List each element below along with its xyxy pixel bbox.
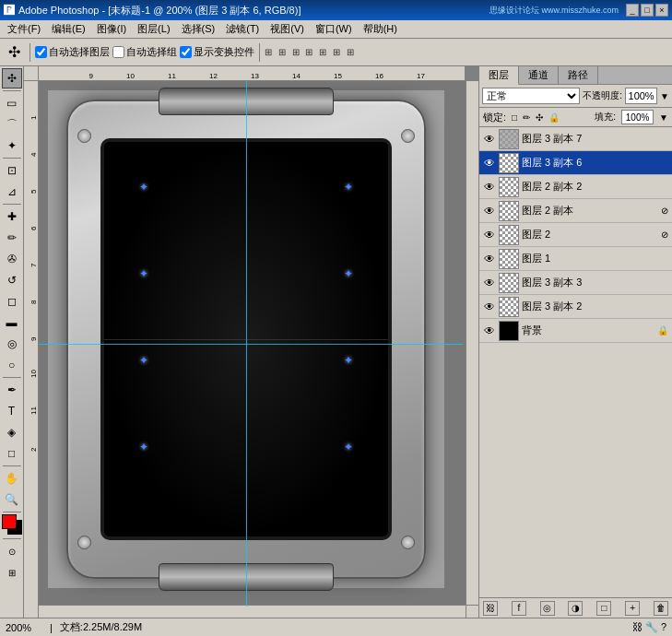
lock-transparent[interactable]: □: [512, 112, 517, 123]
toolbar-divider-1: [29, 43, 30, 62]
lasso-tool[interactable]: ⌒: [2, 114, 22, 135]
delete-layer-btn[interactable]: 🗑: [654, 601, 668, 616]
layer-mask-btn[interactable]: ◎: [540, 601, 555, 616]
link-layers-btn[interactable]: ⛓: [483, 601, 498, 616]
show-transform-input[interactable]: [180, 46, 192, 58]
eraser-tool[interactable]: ◻: [2, 291, 22, 312]
tab-layers[interactable]: 图层: [479, 66, 519, 85]
tab-channels[interactable]: 通道: [519, 66, 559, 84]
close-button[interactable]: ×: [655, 4, 668, 17]
auto-select-group-checkbox[interactable]: 自动选择组: [112, 45, 177, 59]
maximize-button[interactable]: □: [641, 4, 654, 17]
brush-tool[interactable]: ✏: [2, 228, 22, 248]
fill-input[interactable]: [621, 110, 654, 124]
main-area: ✣ ▭ ⌒ ✦ ⊡ ⊿ ✚ ✏ ✇ ↺ ◻ ▬ ◎ ○ ✒ T ◈ □ ✋ 🔍 …: [0, 66, 672, 618]
gradient-tool[interactable]: ▬: [2, 312, 22, 333]
foreground-color[interactable]: [2, 514, 17, 529]
crop-tool[interactable]: ⊡: [2, 160, 22, 181]
menu-image[interactable]: 图像(I): [91, 21, 132, 37]
layer-visibility-0[interactable]: 👁: [483, 133, 496, 146]
text-tool[interactable]: T: [2, 401, 22, 421]
lock-position[interactable]: ✣: [536, 112, 543, 123]
layer-visibility-2[interactable]: 👁: [483, 181, 496, 194]
sparkle-4: ✦: [343, 268, 354, 279]
history-brush[interactable]: ↺: [2, 270, 22, 290]
auto-select-group-input[interactable]: [112, 46, 124, 58]
layer-visibility-7[interactable]: 👁: [483, 300, 496, 313]
menu-help[interactable]: 帮助(H): [358, 21, 403, 37]
opacity-input[interactable]: [625, 88, 657, 104]
heal-tool[interactable]: ✚: [2, 206, 22, 227]
tools-panel: ✣ ▭ ⌒ ✦ ⊡ ⊿ ✚ ✏ ✇ ↺ ◻ ▬ ◎ ○ ✒ T ◈ □ ✋ 🔍 …: [0, 66, 24, 618]
lock-all[interactable]: 🔒: [548, 112, 560, 123]
scrollbar-horizontal[interactable]: [39, 605, 466, 618]
menu-view[interactable]: 视图(V): [265, 21, 310, 37]
opacity-arrow[interactable]: ▼: [660, 91, 669, 101]
move-tool[interactable]: ✣: [2, 68, 22, 88]
clone-tool[interactable]: ✇: [2, 249, 22, 269]
title-left: 🅿 Adobe Photoshop - [未标题-1 @ 200% (图层 3 …: [4, 4, 301, 18]
layer-visibility-1[interactable]: 👁: [483, 157, 496, 170]
color-swatches[interactable]: [2, 514, 22, 536]
layer-item-3[interactable]: 👁 图层 2 副本 ⊘: [479, 199, 672, 223]
window-controls[interactable]: _ □ ×: [626, 4, 668, 17]
layer-visibility-6[interactable]: 👁: [483, 277, 496, 289]
marquee-tool[interactable]: ▭: [2, 93, 22, 113]
layer-visibility-3[interactable]: 👁: [483, 205, 496, 218]
menu-select[interactable]: 选择(S): [176, 21, 221, 37]
layer-item-7[interactable]: 👁 图层 3 副本 2: [479, 295, 672, 319]
layer-thumb-4: [499, 225, 519, 245]
ruler-left: 1 4 5 6 7 8 9 10 11 2: [24, 81, 39, 618]
blur-tool[interactable]: ◎: [2, 334, 22, 354]
zoom-level: 200%: [6, 622, 42, 633]
show-transform-checkbox[interactable]: 显示变换控件: [180, 45, 254, 59]
dodge-tool[interactable]: ○: [2, 355, 22, 375]
quick-mask[interactable]: ⊙: [2, 541, 22, 561]
layer-style-btn[interactable]: f: [512, 601, 526, 616]
canvas-area[interactable]: 9 10 11 12 13 14 15 16 17 1 4 5 6 7 8 9: [24, 66, 478, 618]
screen-mode[interactable]: ⊞: [2, 562, 22, 583]
magic-wand[interactable]: ✦: [2, 135, 22, 156]
minimize-button[interactable]: _: [626, 4, 639, 17]
layer-item-1[interactable]: 👁 图层 3 副本 6: [479, 151, 672, 175]
menu-file[interactable]: 文件(F): [2, 21, 46, 37]
tab-paths[interactable]: 路径: [559, 66, 598, 84]
layer-visibility-5[interactable]: 👁: [483, 253, 496, 265]
ruler-corner: [24, 66, 39, 81]
adjustment-layer-btn[interactable]: ◑: [568, 601, 583, 616]
shape-tool[interactable]: □: [2, 443, 22, 464]
tool-sep-6: [3, 512, 21, 512]
menu-filter[interactable]: 滤镜(T): [220, 21, 265, 37]
layer-visibility-4[interactable]: 👁: [483, 229, 496, 241]
pen-tool[interactable]: ✒: [2, 380, 22, 400]
layer-item-5[interactable]: 👁 图层 1: [479, 247, 672, 271]
hand-tool[interactable]: ✋: [2, 468, 22, 489]
lock-pixels[interactable]: ✏: [523, 112, 530, 123]
path-selection[interactable]: ◈: [2, 422, 22, 442]
layer-name-1: 图层 3 副本 6: [522, 156, 668, 170]
zoom-tool[interactable]: 🔍: [2, 489, 22, 510]
fill-arrow[interactable]: ▼: [659, 112, 668, 123]
fill-label: 填充:: [595, 111, 616, 124]
move-tool-options[interactable]: ✣: [4, 42, 25, 63]
layer-item-6[interactable]: 👁 图层 3 副本 3: [479, 271, 672, 295]
layer-item-2[interactable]: 👁 图层 2 副本 2: [479, 175, 672, 199]
layer-item-4[interactable]: 👁 图层 2 ⊘: [479, 223, 672, 247]
layer-visibility-8[interactable]: 👁: [483, 324, 496, 337]
menu-edit[interactable]: 编辑(E): [46, 21, 91, 37]
photoshop-canvas[interactable]: ✦ ✦ ✦ ✦ ✦ ✦ ✦ ✦: [48, 90, 444, 588]
blend-mode-select[interactable]: 正常: [482, 88, 580, 104]
canvas-viewport[interactable]: ✦ ✦ ✦ ✦ ✦ ✦ ✦ ✦: [39, 81, 478, 618]
layer-item-0[interactable]: 👁 图层 3 副本 7: [479, 127, 672, 151]
group-layers-btn[interactable]: □: [596, 601, 611, 616]
auto-select-layer-checkbox[interactable]: 自动选择图层: [35, 45, 110, 59]
auto-select-layer-input[interactable]: [35, 46, 47, 58]
menu-layer[interactable]: 图层(L): [132, 21, 175, 37]
layer-thumb-0: [499, 129, 519, 149]
scrollbar-vertical[interactable]: [466, 81, 478, 605]
menu-window[interactable]: 窗口(W): [310, 21, 358, 37]
layer-item-8[interactable]: 👁 背景 🔒: [479, 319, 672, 343]
new-layer-btn[interactable]: +: [625, 601, 640, 616]
layer-name-2: 图层 2 副本 2: [522, 180, 668, 194]
eyedropper[interactable]: ⊿: [2, 182, 22, 202]
